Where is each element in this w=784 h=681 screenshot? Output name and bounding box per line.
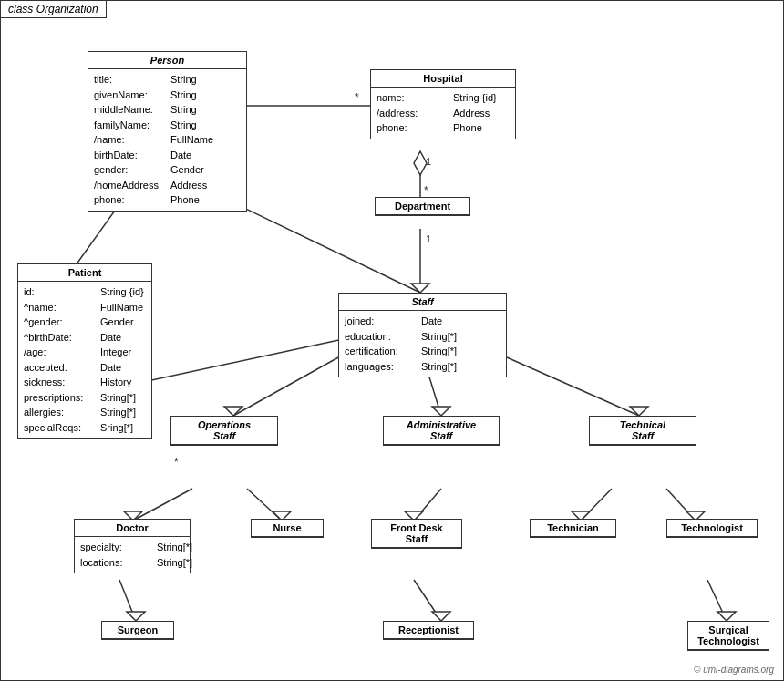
department-box: Department — [375, 197, 470, 216]
svg-line-18 — [484, 347, 639, 416]
svg-line-28 — [666, 489, 696, 521]
svg-text:*: * — [174, 456, 179, 469]
administrative-staff-box: AdministrativeStaff — [383, 416, 500, 446]
patient-box: Patient id:String {id} ^name:FullName ^g… — [17, 263, 152, 439]
technical-staff-box: TechnicalStaff — [589, 416, 696, 446]
staff-box: Staff joined:Date education:String[*] ce… — [338, 293, 507, 377]
svg-text:1: 1 — [426, 156, 431, 167]
surgical-technologist-box: SurgicalTechnologist — [687, 621, 769, 651]
svg-marker-17 — [432, 407, 450, 416]
svg-line-30 — [119, 580, 136, 621]
svg-text:*: * — [424, 281, 428, 294]
svg-marker-4 — [414, 151, 427, 175]
svg-line-22 — [247, 489, 282, 521]
operations-staff-box: OperationsStaff — [170, 416, 278, 446]
doctor-box: Doctor specialty:String[*] locations:Str… — [74, 519, 191, 573]
front-desk-staff-box: Front DeskStaff — [371, 519, 462, 549]
doctor-title: Doctor — [75, 520, 190, 537]
patient-title: Patient — [18, 264, 151, 282]
copyright-text: © uml-diagrams.org — [694, 665, 774, 675]
surgeon-title: Surgeon — [102, 622, 173, 639]
diagram-container: class Organization * * 1 * 1 * — [0, 0, 784, 681]
department-title: Department — [376, 198, 469, 215]
technical-staff-title: TechnicalStaff — [590, 417, 696, 445]
surgeon-box: Surgeon — [101, 621, 174, 640]
staff-title: Staff — [339, 294, 506, 311]
administrative-staff-title: AdministrativeStaff — [384, 417, 499, 445]
technician-title: Technician — [531, 520, 615, 537]
svg-line-32 — [414, 580, 441, 621]
nurse-box: Nurse — [251, 519, 324, 538]
receptionist-box: Receptionist — [383, 621, 474, 640]
surgical-technologist-title: SurgicalTechnologist — [688, 622, 769, 650]
diagram-title: class Organization — [1, 1, 107, 18]
svg-text:1: 1 — [426, 233, 431, 244]
svg-line-26 — [581, 489, 612, 521]
svg-line-20 — [133, 489, 192, 521]
technologist-title: Technologist — [667, 520, 757, 537]
svg-text:*: * — [355, 91, 359, 104]
technician-box: Technician — [530, 519, 616, 538]
svg-marker-13 — [411, 284, 429, 293]
svg-marker-31 — [127, 612, 145, 621]
svg-marker-33 — [432, 612, 450, 621]
svg-marker-19 — [630, 407, 648, 416]
nurse-title: Nurse — [252, 520, 323, 537]
svg-line-34 — [707, 580, 727, 621]
person-box: Person title:String givenName:String mid… — [88, 51, 247, 212]
operations-staff-title: OperationsStaff — [171, 417, 277, 445]
svg-line-24 — [414, 489, 441, 521]
doctor-attrs: specialty:String[*] locations:String[*] — [75, 537, 190, 573]
person-title: Person — [88, 52, 246, 69]
front-desk-staff-title: Front DeskStaff — [372, 520, 461, 548]
svg-marker-15 — [224, 407, 242, 416]
hospital-title: Hospital — [371, 70, 515, 88]
hospital-box: Hospital name:String {id} /address:Addre… — [370, 69, 516, 139]
person-attrs: title:String givenName:String middleName… — [88, 69, 246, 211]
hospital-attrs: name:String {id} /address:Address phone:… — [371, 88, 515, 139]
staff-attrs: joined:Date education:String[*] certific… — [339, 311, 506, 377]
patient-attrs: id:String {id} ^name:FullName ^gender:Ge… — [18, 282, 151, 438]
technologist-box: Technologist — [666, 519, 758, 538]
receptionist-title: Receptionist — [384, 622, 473, 639]
svg-marker-35 — [717, 612, 736, 621]
svg-text:*: * — [424, 184, 428, 197]
